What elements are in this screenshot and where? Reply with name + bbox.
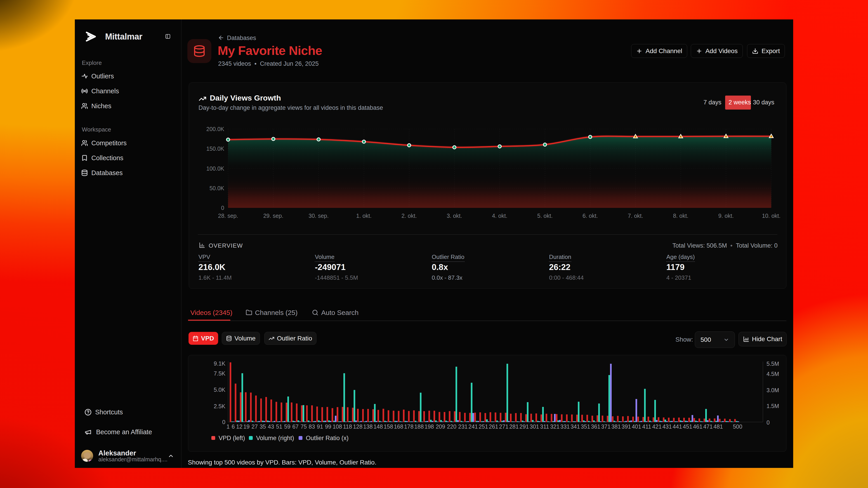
svg-text:59: 59 <box>284 423 290 430</box>
svg-text:108: 108 <box>333 423 342 430</box>
svg-text:451: 451 <box>683 423 692 430</box>
svg-text:5.5M: 5.5M <box>767 361 779 367</box>
svg-text:331: 331 <box>560 423 570 430</box>
svg-text:35: 35 <box>260 423 266 430</box>
svg-text:50.0K: 50.0K <box>210 185 224 191</box>
svg-text:75: 75 <box>301 423 307 430</box>
svg-text:200.0K: 200.0K <box>206 126 224 132</box>
svg-text:7. okt.: 7. okt. <box>628 213 643 219</box>
svg-text:178: 178 <box>404 423 414 430</box>
svg-text:28. sep.: 28. sep. <box>218 213 238 219</box>
svg-text:471: 471 <box>703 423 713 430</box>
svg-text:198: 198 <box>425 423 434 430</box>
svg-text:158: 158 <box>383 423 393 430</box>
svg-text:311: 311 <box>540 423 549 430</box>
svg-text:381: 381 <box>612 423 621 430</box>
svg-text:6: 6 <box>232 423 235 430</box>
svg-text:5. okt.: 5. okt. <box>537 213 553 219</box>
svg-text:100.0K: 100.0K <box>206 165 224 172</box>
svg-text:118: 118 <box>343 423 352 430</box>
svg-text:271: 271 <box>499 423 508 430</box>
svg-text:9.1K: 9.1K <box>214 360 225 367</box>
svg-text:341: 341 <box>570 423 580 430</box>
svg-text:351: 351 <box>581 423 590 430</box>
svg-text:0: 0 <box>221 205 224 211</box>
svg-text:481: 481 <box>713 423 723 430</box>
svg-text:321: 321 <box>550 423 560 430</box>
svg-text:43: 43 <box>268 423 274 430</box>
svg-text:251: 251 <box>478 423 488 430</box>
svg-text:391: 391 <box>622 423 631 430</box>
svg-text:83: 83 <box>309 423 315 430</box>
svg-text:1: 1 <box>226 423 230 430</box>
svg-text:241: 241 <box>468 423 478 430</box>
svg-text:261: 261 <box>489 423 498 430</box>
svg-text:3.0M: 3.0M <box>767 387 779 393</box>
svg-text:1. okt.: 1. okt. <box>356 213 372 219</box>
svg-text:6. okt.: 6. okt. <box>583 213 598 219</box>
svg-text:VPD (left): VPD (left) <box>219 435 245 442</box>
svg-text:148: 148 <box>373 423 383 430</box>
svg-text:150.0K: 150.0K <box>206 145 224 152</box>
svg-text:9. okt.: 9. okt. <box>718 213 734 219</box>
svg-text:99: 99 <box>325 423 331 430</box>
svg-text:281: 281 <box>509 423 519 430</box>
svg-text:4.5M: 4.5M <box>767 371 779 377</box>
svg-text:3. okt.: 3. okt. <box>447 213 462 219</box>
svg-text:4. okt.: 4. okt. <box>492 213 507 219</box>
svg-text:168: 168 <box>394 423 403 430</box>
svg-text:421: 421 <box>652 423 662 430</box>
svg-text:30. sep.: 30. sep. <box>309 213 329 219</box>
svg-text:Outlier Ratio (x): Outlier Ratio (x) <box>306 435 348 442</box>
svg-text:231: 231 <box>458 423 468 430</box>
svg-text:1.5M: 1.5M <box>767 403 779 409</box>
svg-text:209: 209 <box>436 423 445 430</box>
svg-text:0: 0 <box>222 419 225 425</box>
svg-text:Volume (right): Volume (right) <box>256 435 294 442</box>
svg-text:138: 138 <box>363 423 373 430</box>
svg-text:29. sep.: 29. sep. <box>264 213 283 219</box>
svg-text:8. okt.: 8. okt. <box>673 213 688 219</box>
svg-text:27: 27 <box>251 423 258 430</box>
svg-text:411: 411 <box>642 423 651 430</box>
svg-text:301: 301 <box>530 423 539 430</box>
svg-text:361: 361 <box>591 423 600 430</box>
svg-text:91: 91 <box>317 423 323 430</box>
svg-text:2.5K: 2.5K <box>214 403 225 410</box>
svg-text:500: 500 <box>733 423 742 430</box>
svg-text:7.5K: 7.5K <box>214 370 225 377</box>
svg-text:51: 51 <box>276 423 282 430</box>
svg-text:401: 401 <box>632 423 641 430</box>
svg-text:371: 371 <box>601 423 611 430</box>
svg-text:461: 461 <box>693 423 703 430</box>
svg-text:291: 291 <box>520 423 529 430</box>
svg-text:10. okt.: 10. okt. <box>762 213 780 219</box>
svg-text:2. okt.: 2. okt. <box>401 213 417 219</box>
svg-text:188: 188 <box>414 423 424 430</box>
svg-text:128: 128 <box>353 423 363 430</box>
svg-text:0: 0 <box>767 419 770 426</box>
svg-text:19: 19 <box>243 423 250 430</box>
svg-text:5.0K: 5.0K <box>214 387 225 393</box>
svg-text:12: 12 <box>236 423 243 430</box>
svg-text:441: 441 <box>673 423 682 430</box>
svg-text:220: 220 <box>447 423 456 430</box>
svg-text:67: 67 <box>292 423 299 430</box>
svg-text:431: 431 <box>662 423 672 430</box>
